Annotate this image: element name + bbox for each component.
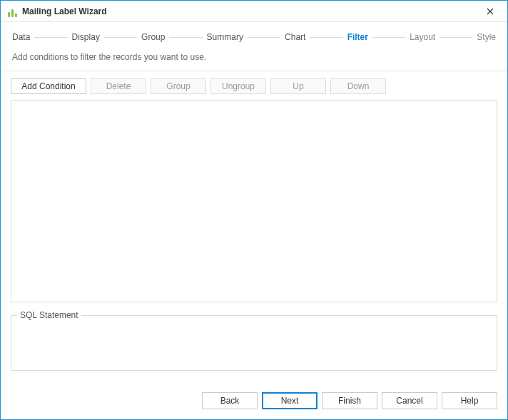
step-data[interactable]: Data — [11, 31, 31, 43]
close-icon — [487, 8, 494, 15]
up-button: Up — [270, 78, 326, 94]
conditions-canvas[interactable] — [11, 100, 497, 302]
wizard-steps: Data Display Group Summary Chart Filter … — [1, 22, 507, 49]
step-filter[interactable]: Filter — [346, 31, 370, 43]
next-button[interactable]: Next — [262, 392, 318, 409]
step-separator — [248, 37, 280, 38]
close-button[interactable] — [479, 4, 502, 19]
step-description: Add conditions to filter the records you… — [1, 49, 507, 71]
step-style: Style — [475, 31, 497, 43]
step-display[interactable]: Display — [71, 31, 101, 43]
delete-button: Delete — [91, 78, 146, 94]
window-title: Mailing Label Wizard — [22, 6, 474, 16]
app-icon — [6, 6, 18, 17]
back-button[interactable]: Back — [202, 392, 258, 409]
finish-button[interactable]: Finish — [322, 392, 377, 409]
conditions-toolbar: Add Condition Delete Group Ungroup Up Do… — [1, 71, 507, 100]
ungroup-button: Ungroup — [210, 78, 266, 94]
group-button: Group — [151, 78, 206, 94]
step-separator — [310, 37, 342, 38]
wizard-footer: Back Next Finish Cancel Help — [1, 385, 507, 419]
sql-statement-group: SQL Statement — [11, 315, 497, 371]
step-separator — [34, 37, 67, 38]
wizard-window: Mailing Label Wizard Data Display Group … — [0, 0, 508, 420]
step-chart[interactable]: Chart — [283, 31, 307, 43]
step-separator — [169, 37, 202, 38]
step-summary[interactable]: Summary — [205, 31, 245, 43]
sql-statement-label: SQL Statement — [17, 310, 81, 320]
step-separator — [440, 37, 472, 38]
step-group[interactable]: Group — [140, 31, 166, 43]
cancel-button[interactable]: Cancel — [382, 392, 437, 409]
titlebar: Mailing Label Wizard — [1, 1, 507, 22]
step-separator — [372, 37, 405, 38]
help-button[interactable]: Help — [442, 392, 497, 409]
down-button: Down — [330, 78, 386, 94]
add-condition-button[interactable]: Add Condition — [11, 78, 86, 94]
step-separator — [104, 37, 137, 38]
step-layout: Layout — [408, 31, 437, 43]
